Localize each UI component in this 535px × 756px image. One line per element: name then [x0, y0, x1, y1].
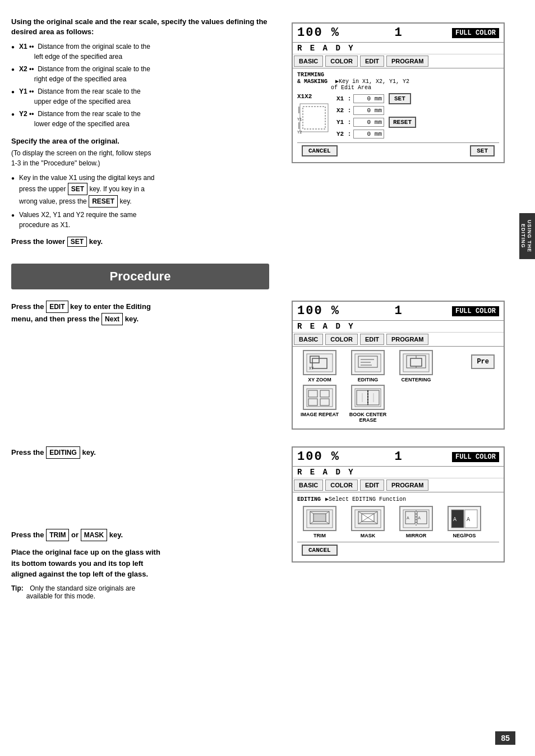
trim-icon: [306, 509, 334, 529]
screen1-tab-edit[interactable]: EDIT: [360, 56, 384, 67]
centering-label: CENTERING: [401, 377, 431, 382]
step1-right: 100 % 1 FULL COLOR R E A D Y BASIC COLOR…: [280, 301, 516, 441]
bullet-x1: X1 •• Distance from the original scale t…: [11, 42, 269, 62]
reset-key: RESET: [89, 195, 118, 208]
screen2-tab-edit[interactable]: EDIT: [360, 334, 384, 345]
screen2-tab-color[interactable]: COLOR: [325, 334, 358, 345]
screen3-tab-color[interactable]: COLOR: [325, 480, 358, 491]
step3-tip: Tip: Only the standard size originals ar…: [11, 584, 269, 600]
screen2-tab-basic[interactable]: BASIC: [294, 334, 323, 345]
centering-icon: [402, 353, 430, 373]
cancel-button-screen3[interactable]: CANCEL: [302, 545, 338, 556]
screen3-percent: 100 %: [297, 450, 340, 464]
screen2-percent: 100 %: [297, 304, 340, 318]
bullet-y2: Y2 •• Distance from the rear scale to th…: [11, 109, 269, 129]
screen3: 100 % 1 FULL COLOR R E A D Y BASIC COLOR…: [292, 446, 505, 563]
svg-rect-20: [307, 389, 333, 407]
mirror-label: MIRROR: [406, 533, 427, 538]
top-section: Using the original scale and the rear sc…: [0, 17, 535, 252]
screen1-percent: 100 %: [297, 26, 340, 40]
set-button-bottom-screen1[interactable]: SET: [470, 145, 495, 156]
screen1-bottom-bar: CANCEL SET: [297, 142, 499, 159]
screen1-diagram-col: X1X2 Y1 Y2: [297, 93, 336, 140]
trimming-diagram-svg: Y1 Y2: [297, 101, 331, 135]
screen3-tab-basic[interactable]: BASIC: [294, 480, 323, 491]
neg-pos-icon: A A: [450, 509, 478, 529]
screen1-num: 1: [394, 26, 402, 40]
editing-key: EDITING: [46, 446, 80, 459]
svg-text:Y2: Y2: [297, 130, 302, 135]
bullet-y1: Y1 •• Distance from the rear scale to th…: [11, 86, 269, 107]
icon-box-image-repeat[interactable]: [303, 385, 336, 410]
step23-left: Press the EDITING key. Press the TRIM or…: [11, 446, 280, 614]
icon-box-xy-zoom[interactable]: XY: [303, 350, 336, 375]
screen3-tab-edit[interactable]: EDIT: [360, 480, 384, 491]
screen1-tab-color[interactable]: COLOR: [325, 56, 358, 67]
screen1-tabs: BASIC COLOR EDIT PROGRAM: [293, 54, 504, 68]
mirror-icon: A A: [402, 509, 430, 529]
reset-btn-y1[interactable]: RESET: [389, 117, 416, 128]
icon-box-mirror[interactable]: A A: [399, 506, 433, 531]
icon-box-trim[interactable]: [303, 506, 336, 531]
icon-neg-pos: A A NEG/POS: [442, 506, 487, 538]
svg-text:XY: XY: [309, 366, 314, 371]
left-column-top: Using the original scale and the rear sc…: [11, 17, 280, 252]
icon-box-book-center[interactable]: [351, 385, 385, 410]
specify-title: Specify the area of the original.: [11, 137, 269, 145]
procedure-section: Procedure: [0, 264, 535, 289]
specify-bullet1: Key in the value X1 using the digital ke…: [11, 173, 269, 208]
cancel-button-screen1[interactable]: CANCEL: [302, 145, 338, 156]
screen2-body: XY XY ZOOM: [293, 347, 504, 428]
screen2-tab-program[interactable]: PROGRAM: [386, 334, 428, 345]
svg-text:A: A: [453, 517, 456, 523]
screen1-instruction: TRIMMING& MASKING ▶Key in X1, X2, Y1, Y2…: [297, 72, 499, 91]
screen1-trimming-area: X1X2 Y1 Y2: [297, 93, 499, 140]
step3-text: Press the TRIM or MASK key.: [11, 529, 269, 541]
trim-key: TRIM: [46, 529, 69, 541]
screen3-bottom-bar: CANCEL: [297, 542, 499, 558]
screen3-body: EDITING ▶Select EDITING Function: [293, 492, 504, 561]
screen3-instruction: EDITING ▶Select EDITING Function: [297, 496, 499, 503]
screen1-color: FULL COLOR: [452, 28, 499, 38]
screen3-icons: TRIM: [297, 506, 499, 538]
screen2-header: 100 % 1 FULL COLOR: [293, 302, 504, 321]
icon-box-centering[interactable]: [399, 350, 433, 375]
intro-title: Using the original scale and the rear sc…: [11, 17, 269, 37]
icon-xy-zoom: XY XY ZOOM: [297, 350, 342, 382]
trim-label: TRIM: [313, 533, 326, 538]
next-key: Next: [102, 313, 123, 325]
step23-section: Press the EDITING key. Press the TRIM or…: [0, 446, 535, 614]
pre-button[interactable]: Pre: [471, 354, 495, 369]
specify-bullet1-text: Key in the value X1 using the digital ke…: [19, 173, 155, 208]
screen1-body: TRIMMING& MASKING ▶Key in X1, X2, Y1, Y2…: [293, 68, 504, 162]
svg-rect-0: [300, 104, 328, 132]
screen3-header: 100 % 1 FULL COLOR: [293, 448, 504, 467]
image-repeat-label: IMAGE REPEAT: [301, 412, 339, 417]
field-x1: X1 : 0 mm SET: [336, 93, 499, 104]
svg-rect-33: [313, 514, 326, 522]
screen2-ready: R E A D Y: [293, 321, 504, 333]
set-btn-x1[interactable]: SET: [389, 93, 411, 104]
screen1-header: 100 % 1 FULL COLOR: [293, 24, 504, 43]
bullet-x1-text: X1 •• Distance from the original scale t…: [19, 42, 150, 62]
icon-mask: MASK: [345, 506, 390, 538]
step3: Press the TRIM or MASK key. Place the or…: [11, 529, 269, 600]
icon-box-editing[interactable]: [351, 350, 385, 375]
tip-label: Tip:: [11, 584, 24, 592]
screen3-tab-program[interactable]: PROGRAM: [386, 480, 428, 491]
press-lower-set: Press the lower SET key.: [11, 237, 269, 247]
screen1-tab-basic[interactable]: BASIC: [294, 56, 323, 67]
svg-text:A: A: [407, 515, 409, 520]
icon-trim: TRIM: [297, 506, 342, 538]
mask-icon: [354, 509, 382, 529]
procedure-header: Procedure: [11, 264, 269, 289]
field-y2: Y2 : 0 mm: [336, 130, 499, 139]
svg-rect-10: [355, 354, 381, 372]
screen1-fields: X1 : 0 mm SET X2 : 0 mm Y1 : 0 mm: [336, 93, 499, 140]
icon-box-neg-pos[interactable]: A A: [448, 506, 481, 531]
screen1-tab-program[interactable]: PROGRAM: [386, 56, 428, 67]
edit-key: EDIT: [46, 301, 68, 313]
image-repeat-icon: [306, 388, 334, 408]
icon-box-mask[interactable]: [351, 506, 385, 531]
right-column-top: 100 % 1 FULL COLOR R E A D Y BASIC COLOR…: [280, 17, 516, 252]
